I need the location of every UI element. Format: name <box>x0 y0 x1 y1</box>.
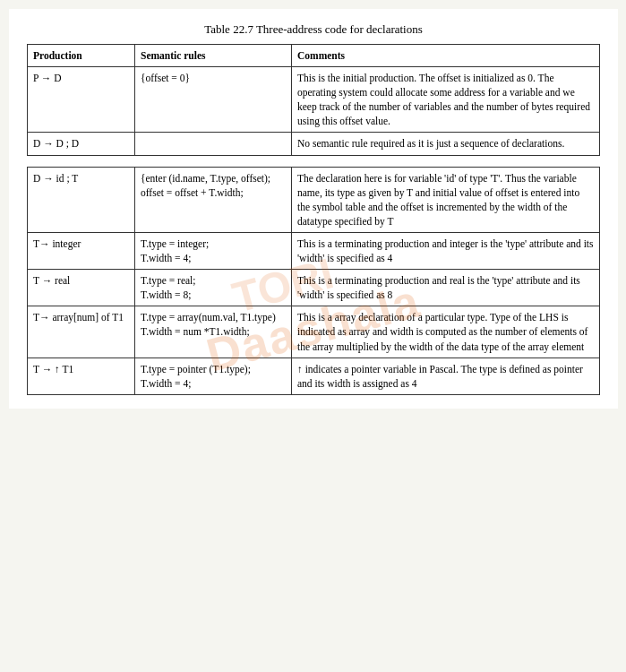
prod-cell: T → ↑ T1 <box>28 358 135 394</box>
table-row: T→ array[num] of T1 T.type = array(num.v… <box>28 306 600 358</box>
sem-cell: {offset = 0} <box>135 67 292 133</box>
prod-cell: P → D <box>28 67 135 133</box>
com-cell: This is a terminating production and int… <box>292 232 600 269</box>
table-row: D → id ; T {enter (id.name, T.type, offs… <box>28 167 600 232</box>
sem-cell: T.type = pointer (T1.type);T.width = 4; <box>135 358 292 394</box>
table-top: Production Semantic rules Comments P → D… <box>27 44 600 156</box>
table-row: P → D {offset = 0} This is the initial p… <box>28 67 600 133</box>
sem-cell <box>135 133 292 155</box>
table-title: Table 22.7 Three-address code for declar… <box>27 22 600 37</box>
table-row: T→ integer T.type = integer;T.width = 4;… <box>28 232 600 269</box>
com-cell: ↑ indicates a pointer variable in Pascal… <box>292 358 600 394</box>
sem-cell: {enter (id.name, T.type, offset);offset … <box>135 167 292 232</box>
prod-cell: D → id ; T <box>28 167 135 232</box>
table-row: D → D ; D No semantic rule required as i… <box>28 133 600 155</box>
sem-cell: T.type = integer;T.width = 4; <box>135 232 292 269</box>
com-cell: This is a terminating production and rea… <box>292 270 600 306</box>
table-row: T → ↑ T1 T.type = pointer (T1.type);T.wi… <box>28 358 600 394</box>
com-cell: This is the initial production. The offs… <box>292 67 600 133</box>
com-cell: This is a array declaration of a particu… <box>292 306 600 358</box>
sem-cell: T.type = real;T.width = 8; <box>135 270 292 306</box>
header-production: Production <box>28 45 135 67</box>
header-comments: Comments <box>292 45 600 67</box>
table-row: T → real T.type = real;T.width = 8; This… <box>28 270 600 306</box>
page-container: Table 22.7 Three-address code for declar… <box>9 9 618 409</box>
header-semantic: Semantic rules <box>135 45 292 67</box>
table-bottom: D → id ; T {enter (id.name, T.type, offs… <box>27 167 600 395</box>
com-cell: The declaration here is for variable 'id… <box>292 167 600 232</box>
prod-cell: T→ array[num] of T1 <box>28 306 135 358</box>
com-cell: No semantic rule required as it is just … <box>292 133 600 155</box>
sem-cell: T.type = array(num.val, T1.type)T.width … <box>135 306 292 358</box>
prod-cell: T → real <box>28 270 135 306</box>
prod-cell: D → D ; D <box>28 133 135 155</box>
prod-cell: T→ integer <box>28 232 135 269</box>
